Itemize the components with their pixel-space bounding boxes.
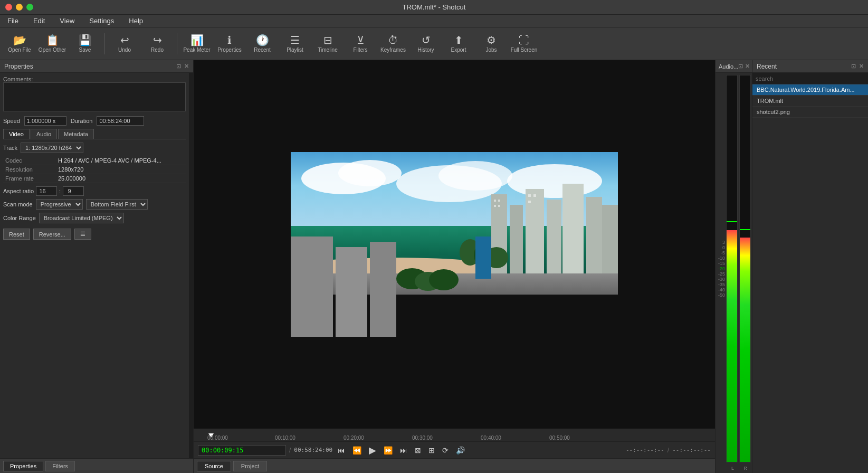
filters-label: Filters: [353, 47, 367, 53]
properties-button[interactable]: ℹ Properties: [214, 30, 245, 58]
right-panels: Audio... ⊡ ✕ 3 0 -5 -10 -15 -20 -25 -30: [715, 60, 868, 473]
recent-panel-close-icon[interactable]: ✕: [859, 63, 864, 70]
scan-mode-row: Scan mode Progressive Interlaced Bottom …: [3, 199, 186, 210]
timeline-button[interactable]: ⊟ Timeline: [312, 30, 343, 58]
track-select[interactable]: 1: 1280x720 h264: [21, 143, 83, 153]
recent-panel-float-icon[interactable]: ⊡: [851, 63, 856, 70]
filters-button[interactable]: ⊻ Filters: [345, 30, 376, 58]
comments-label: Comments:: [3, 76, 186, 82]
history-icon: ↺: [422, 35, 431, 45]
jobs-button[interactable]: ⚙ Jobs: [476, 30, 507, 58]
tab-metadata[interactable]: Metadata: [58, 129, 94, 139]
undo-label: Undo: [118, 47, 131, 53]
recent-item-0[interactable]: BBC.Natural.World.2019.Florida.Am...: [752, 84, 868, 96]
aspect-ratio-label: Aspect ratio: [3, 188, 34, 194]
svg-rect-15: [494, 200, 496, 202]
minimize-button[interactable]: [16, 4, 23, 11]
aspect-width-input[interactable]: [36, 186, 57, 196]
menu-view[interactable]: View: [56, 16, 78, 26]
scan-field-select[interactable]: Bottom Field First Top Field First: [86, 199, 148, 210]
left-channel-meter: [726, 75, 738, 462]
audio-panel-float-icon[interactable]: ⊡: [738, 63, 743, 70]
db-scale-40: -40: [717, 287, 725, 292]
menu-edit[interactable]: Edit: [30, 16, 48, 26]
codec-label: Codec: [3, 156, 56, 165]
properties-panel: Properties ⊡ ✕ Comments: Speed Duration: [0, 60, 194, 473]
speed-input[interactable]: [24, 116, 66, 126]
properties-panel-title: Properties: [4, 63, 33, 70]
playlist-button[interactable]: ☰ Playlist: [280, 30, 310, 58]
filters-icon: ⊻: [357, 35, 365, 45]
open-other-button[interactable]: 📋 Open Other: [37, 30, 68, 58]
duration-input[interactable]: [97, 116, 144, 126]
goto-start-button[interactable]: ⏮: [336, 445, 347, 456]
open-file-label: Open File: [8, 47, 31, 53]
set-in-button[interactable]: ⊠: [413, 445, 423, 456]
maximize-button[interactable]: [26, 4, 33, 11]
keyframes-icon: ⏱: [388, 35, 398, 45]
history-label: History: [417, 47, 434, 53]
in-point-time: --:--:--:--: [626, 447, 664, 453]
audio-panel-title: Audio...: [719, 63, 738, 70]
loop-button[interactable]: ⟳: [440, 445, 451, 456]
play-button[interactable]: ▶: [367, 443, 378, 457]
svg-rect-27: [291, 236, 333, 337]
volume-button[interactable]: 🔊: [454, 445, 467, 456]
menu-settings[interactable]: Settings: [86, 16, 117, 26]
grid-button[interactable]: ⊞: [426, 445, 437, 456]
tab-audio[interactable]: Audio: [31, 129, 57, 139]
save-button[interactable]: 💾 Save: [70, 30, 100, 58]
codec-row: Codec H.264 / AVC / MPEG-4 AVC / MPEG-4.…: [3, 156, 186, 165]
right-time-section: --:--:--:-- / --:--:--:--: [626, 447, 711, 454]
undo-button[interactable]: ↩ Undo: [109, 30, 140, 58]
export-button[interactable]: ⬆ Export: [443, 30, 474, 58]
full-screen-button[interactable]: ⛶ Full Screen: [509, 30, 539, 58]
step-back-button[interactable]: ⏪: [350, 445, 364, 456]
bottom-tab-filters[interactable]: Filters: [45, 461, 75, 471]
step-forward-button[interactable]: ⏩: [381, 445, 395, 456]
props-tabs: Video Audio Metadata: [3, 129, 186, 139]
history-button[interactable]: ↺ History: [411, 30, 441, 58]
props-scrollbar[interactable]: [189, 73, 193, 458]
toolbar-separator-2: [177, 33, 177, 54]
framerate-row: Frame rate 25.000000: [3, 174, 186, 183]
svg-rect-26: [475, 236, 491, 279]
reverse-button[interactable]: Reverse...: [33, 229, 71, 240]
recent-item-1[interactable]: TROM.mlt: [752, 96, 868, 107]
menu-help[interactable]: Help: [126, 16, 146, 26]
aspect-height-input[interactable]: [63, 186, 84, 196]
more-options-button[interactable]: ☰: [74, 229, 91, 240]
recent-button[interactable]: 🕐 Recent: [247, 30, 278, 58]
open-other-icon: 📋: [46, 35, 59, 45]
reset-button[interactable]: Reset: [3, 229, 30, 240]
recent-search-input[interactable]: [752, 73, 868, 84]
project-tab[interactable]: Project: [233, 461, 267, 471]
tab-video[interactable]: Video: [3, 129, 30, 139]
export-label: Export: [451, 47, 466, 53]
menu-file[interactable]: File: [4, 16, 22, 26]
redo-icon: ↪: [153, 35, 162, 45]
peak-meter-button[interactable]: 📊 Peak Meter: [182, 30, 212, 58]
close-button[interactable]: [5, 4, 12, 11]
recent-label: Recent: [254, 47, 271, 53]
open-file-button[interactable]: 📂 Open File: [4, 30, 35, 58]
panel-close-icon[interactable]: ✕: [184, 63, 189, 70]
comments-input[interactable]: [3, 82, 186, 111]
panel-float-icon[interactable]: ⊡: [176, 63, 181, 70]
video-timeline-ruler[interactable]: 00:00:00 00:10:00 00:20:00 00:30:00 00:4…: [194, 429, 715, 441]
redo-button[interactable]: ↪ Redo: [142, 30, 173, 58]
audio-panel-close-icon[interactable]: ✕: [745, 63, 750, 70]
goto-end-button[interactable]: ⏭: [398, 445, 409, 456]
source-tab[interactable]: Source: [197, 461, 231, 471]
right-slash: /: [667, 447, 669, 454]
current-time-input[interactable]: [198, 445, 286, 456]
scan-mode-select[interactable]: Progressive Interlaced: [36, 199, 83, 210]
color-range-select[interactable]: Broadcast Limited (MPEG) Full Range: [39, 213, 124, 223]
toolbar: 📂 Open File 📋 Open Other 💾 Save ↩ Undo ↪…: [0, 27, 868, 60]
props-buttons: Reset Reverse... ☰: [3, 226, 186, 242]
color-range-label: Color Range: [3, 215, 36, 221]
bottom-tab-properties[interactable]: Properties: [3, 461, 43, 471]
save-icon: 💾: [79, 35, 92, 45]
recent-item-2[interactable]: shotcut2.png: [752, 107, 868, 118]
keyframes-button[interactable]: ⏱ Keyframes: [378, 30, 408, 58]
